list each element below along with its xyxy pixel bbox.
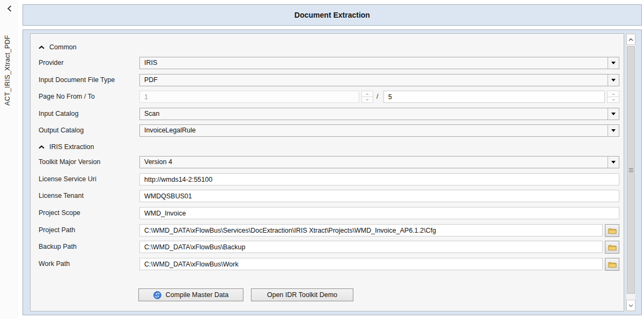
chevron-left-icon (7, 5, 12, 12)
dropdown-arrow-icon (611, 129, 616, 132)
combobox-value: PDF (140, 75, 608, 86)
dropdown-arrow-icon (611, 161, 616, 164)
field-label: Backup Path (39, 243, 77, 250)
scroll-down-icon (628, 304, 633, 307)
row-input-catalog: Input Catalog Scan (31, 108, 624, 120)
vertical-scrollbar[interactable] (626, 33, 636, 311)
settings-form-panel: Common Provider IRIS Input Document File… (30, 33, 624, 311)
field-label: Page No From / To (39, 93, 95, 100)
field-label: Project Scope (39, 209, 80, 217)
spinner-up-icon (366, 93, 369, 95)
field-label: License Service Uri (39, 175, 97, 183)
spinner-down-button[interactable] (607, 97, 619, 103)
settings-outer-panel: Common Provider IRIS Input Document File… (23, 29, 642, 315)
spinner-down-button[interactable] (361, 97, 373, 103)
row-toolkit-major-version: Toolkit Major Version Version 4 (31, 156, 624, 168)
folder-icon (608, 227, 617, 234)
row-input-document-file-type: Input Document File Type PDF (31, 74, 624, 86)
field-label: Project Path (39, 226, 75, 234)
dropdown-arrow-icon (611, 62, 616, 64)
row-provider: Provider IRIS (31, 57, 624, 69)
row-license-tenant: License Tenant (31, 190, 624, 202)
open-idr-toolkit-demo-button[interactable]: Open IDR Toolkit Demo (251, 288, 353, 301)
chevron-up-icon (39, 145, 45, 149)
chevron-up-icon (39, 46, 45, 49)
page-no-to-spinner (607, 91, 619, 103)
input-document-file-type-combobox[interactable]: PDF (139, 74, 619, 86)
license-tenant-input[interactable] (139, 190, 619, 202)
spinner-up-icon (612, 93, 615, 95)
section-header-common[interactable]: Common (39, 43, 77, 51)
row-work-path: Work Path (31, 258, 624, 270)
browse-work-path-button[interactable] (605, 258, 619, 271)
row-page-no-from-to: Page No From / To / (31, 91, 624, 103)
dropdown-button[interactable] (608, 157, 619, 168)
input-catalog-combobox[interactable]: Scan (139, 108, 619, 120)
row-output-catalog: Output Catalog InvoiceLegalRule (31, 124, 624, 137)
page-range-separator: / (376, 92, 379, 100)
scroll-up-icon (628, 38, 633, 41)
scrollbar-grip-icon (629, 168, 633, 172)
row-project-path: Project Path (31, 224, 624, 236)
browse-project-path-button[interactable] (605, 224, 619, 237)
dropdown-button[interactable] (608, 75, 619, 86)
combobox-value: Version 4 (140, 157, 608, 168)
left-rail: ACT_IRIS_Xtract_PDF (0, 0, 18, 319)
combobox-value: Scan (140, 108, 608, 120)
field-label: Work Path (39, 260, 70, 268)
button-label: Open IDR Toolkit Demo (267, 291, 337, 299)
field-label: Toolkit Major Version (39, 158, 100, 166)
field-label: Input Catalog (39, 110, 78, 117)
compile-globe-icon (153, 291, 161, 299)
project-scope-input[interactable] (139, 207, 619, 219)
field-label: License Tenant (39, 192, 84, 199)
browse-backup-path-button[interactable] (605, 241, 619, 254)
folder-icon (608, 244, 617, 251)
field-label: Input Document File Type (39, 76, 115, 84)
page-title-bar: Document Extraction (23, 4, 642, 26)
combobox-value: IRIS (140, 57, 608, 69)
field-label: Provider (39, 59, 64, 66)
activity-name-label: ACT_IRIS_Xtract_PDF (4, 17, 11, 106)
row-backup-path: Backup Path (31, 241, 624, 253)
section-label: Common (49, 43, 77, 51)
dropdown-button[interactable] (608, 57, 619, 69)
field-label: Output Catalog (39, 127, 84, 134)
row-license-service-uri: License Service Uri (31, 173, 624, 186)
compile-master-data-button[interactable]: Compile Master Data (138, 288, 243, 301)
row-actions: Compile Master Data Open IDR Toolkit Dem… (31, 288, 624, 301)
section-header-iris-extraction[interactable]: IRIS Extraction (39, 143, 94, 151)
button-label: Compile Master Data (166, 291, 228, 299)
spinner-down-icon (612, 99, 615, 101)
combobox-value: InvoiceLegalRule (140, 125, 608, 136)
license-service-uri-input[interactable] (139, 173, 619, 186)
page-no-from-input[interactable] (139, 91, 359, 103)
work-path-input[interactable] (139, 258, 603, 270)
row-project-scope: Project Scope (31, 207, 624, 219)
dropdown-arrow-icon (611, 79, 616, 81)
scrollbar-up-button[interactable] (626, 34, 635, 45)
provider-combobox[interactable]: IRIS (139, 57, 619, 69)
output-catalog-combobox[interactable]: InvoiceLegalRule (139, 124, 619, 137)
toolkit-major-version-combobox[interactable]: Version 4 (139, 156, 619, 168)
spinner-down-icon (366, 99, 369, 101)
folder-icon (608, 261, 617, 268)
scrollbar-thumb[interactable] (627, 46, 635, 294)
section-label: IRIS Extraction (49, 143, 94, 151)
scrollbar-down-button[interactable] (626, 300, 635, 311)
collapse-panel-button[interactable] (5, 4, 13, 13)
dropdown-button[interactable] (608, 125, 619, 136)
project-path-input[interactable] (139, 224, 603, 236)
dropdown-arrow-icon (611, 113, 616, 115)
page-no-to-input[interactable] (383, 91, 605, 103)
page-title: Document Extraction (294, 11, 370, 19)
page-no-from-spinner (361, 91, 373, 103)
dropdown-button[interactable] (608, 108, 619, 120)
backup-path-input[interactable] (139, 241, 603, 253)
